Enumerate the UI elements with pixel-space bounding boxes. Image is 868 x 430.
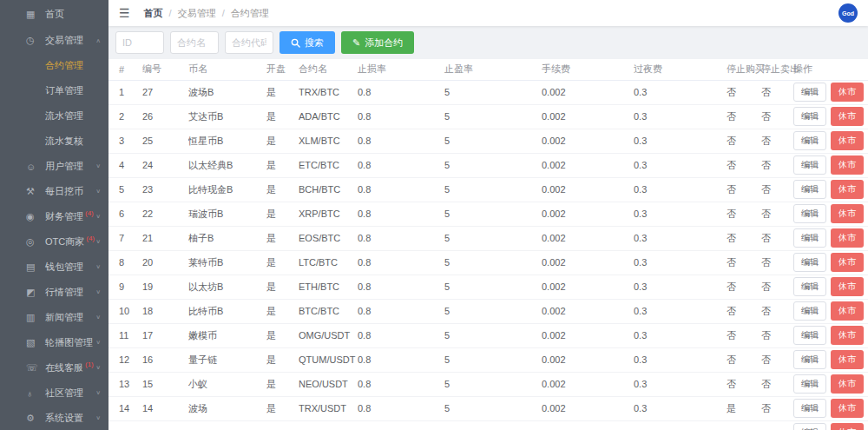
row-index: 12 xyxy=(108,347,142,372)
column-header: 止损率 xyxy=(358,59,444,80)
open-flag: 是 xyxy=(266,129,299,153)
breadcrumb-trade[interactable]: 交易管理 xyxy=(178,7,216,20)
overnight-fee xyxy=(634,420,727,430)
sidebar-item-carousel[interactable]: ▧轮播图管理∨ xyxy=(0,330,108,355)
chevron-down-icon: ∨ xyxy=(95,314,101,321)
sidebar-item-contract[interactable]: 合约管理 xyxy=(0,53,108,78)
market-close-button[interactable]: 休市 xyxy=(831,180,864,199)
edit-button[interactable]: 编辑 xyxy=(793,131,826,150)
stop-sell-flag: 否 xyxy=(761,202,793,226)
market-close-button[interactable]: 休市 xyxy=(831,131,864,150)
chevron-down-icon: ∨ xyxy=(95,239,101,245)
menu-icon[interactable]: ☰ xyxy=(119,7,130,19)
stop-buy-flag: 否 xyxy=(727,250,761,275)
stop-buy-flag: 否 xyxy=(727,323,761,347)
sidebar-item-order[interactable]: 订单管理 xyxy=(0,78,108,103)
row-code: 26 xyxy=(142,104,188,129)
market-close-button[interactable]: 休市 xyxy=(831,277,864,296)
sidebar-item-community[interactable]: ♁社区管理∨ xyxy=(0,380,108,406)
market-close-button[interactable]: 休市 xyxy=(831,326,864,345)
add-contract-button[interactable]: ✎ 添加合约 xyxy=(341,31,414,54)
table-row: 424以太经典B是ETC/BTC0.850.0020.3否否编辑休市 xyxy=(108,153,868,177)
sidebar-item-flow-review[interactable]: 流水复核 xyxy=(0,129,108,154)
column-header: # xyxy=(108,59,142,80)
sidebar-item-settings[interactable]: ⚙系统设置∨ xyxy=(0,406,108,430)
edit-button[interactable]: 编辑 xyxy=(793,228,826,248)
sidebar-item-flow[interactable]: 流水管理 xyxy=(0,103,108,129)
id-input[interactable] xyxy=(115,31,164,54)
edit-button[interactable]: 编辑 xyxy=(793,204,826,223)
column-header: 手续费 xyxy=(542,59,634,80)
table-row: 1315小蚁是NEO/USDT0.850.0020.3否否编辑休市 xyxy=(108,372,868,396)
sidebar-item-user[interactable]: ☺用户管理∨ xyxy=(0,154,108,179)
table-row: 325恒星币B是XLM/BTC0.850.0020.3否否编辑休市 xyxy=(108,129,868,153)
edit-button[interactable]: 编辑 xyxy=(793,423,826,430)
contract-name-input[interactable] xyxy=(170,31,219,54)
row-index: 4 xyxy=(108,153,142,177)
chevron-down-icon: ∨ xyxy=(95,340,101,346)
market-close-button[interactable]: 休市 xyxy=(831,83,864,102)
stop-buy-flag: 否 xyxy=(727,177,761,202)
edit-button[interactable]: 编辑 xyxy=(793,107,826,126)
stop-sell-flag: 否 xyxy=(761,104,793,129)
market-close-button[interactable]: 休市 xyxy=(831,228,864,248)
sidebar-item-news[interactable]: ▥新闻管理∨ xyxy=(0,305,108,330)
stop-loss-rate: 0.8 xyxy=(358,226,444,250)
edit-button[interactable]: 编辑 xyxy=(793,374,826,394)
sidebar-item-otc[interactable]: ◎OTC商家(4)∨ xyxy=(0,229,108,255)
fee: 0.002 xyxy=(542,299,634,323)
row-actions: 编辑休市 xyxy=(793,299,868,323)
edit-button[interactable]: 编辑 xyxy=(793,326,826,345)
edit-button[interactable]: 编辑 xyxy=(793,350,826,369)
sidebar-item-finance[interactable]: ◉财务管理(4)∨ xyxy=(0,204,108,229)
column-header: 停止购买 xyxy=(727,59,761,80)
chevron-down-icon: ∨ xyxy=(95,214,101,220)
sidebar-item-market[interactable]: ◩行情管理∨ xyxy=(0,280,108,305)
overnight-fee: 0.3 xyxy=(634,347,727,372)
sidebar-item-service[interactable]: ☏在线客服(1)∨ xyxy=(0,355,108,380)
market-close-button[interactable]: 休市 xyxy=(831,107,864,126)
market-close-button[interactable]: 休市 xyxy=(831,301,864,321)
edit-button[interactable]: 编辑 xyxy=(793,83,826,102)
sidebar-item-wallet[interactable]: ▤钱包管理∨ xyxy=(0,255,108,280)
stop-buy-flag: 否 xyxy=(727,80,761,104)
avatar[interactable]: God xyxy=(838,3,858,23)
breadcrumb-contract[interactable]: 合约管理 xyxy=(231,7,269,20)
row-code: 20 xyxy=(142,250,188,275)
edit-button[interactable]: 编辑 xyxy=(793,277,826,296)
stop-loss-rate: 0.8 xyxy=(358,275,444,299)
row-index: 9 xyxy=(108,275,142,299)
open-flag xyxy=(266,420,299,430)
market-close-button[interactable]: 休市 xyxy=(831,204,864,223)
sidebar-item-mining[interactable]: ⚒每日挖币∨ xyxy=(0,179,108,204)
market-close-button[interactable]: 休市 xyxy=(831,350,864,369)
edit-button[interactable]: 编辑 xyxy=(793,180,826,199)
edit-button[interactable]: 编辑 xyxy=(793,399,826,418)
market-close-button[interactable]: 休市 xyxy=(831,374,864,394)
contract-name: XRP/BTC xyxy=(299,202,358,226)
market-close-button[interactable]: 休市 xyxy=(831,155,864,175)
sidebar-item-home[interactable]: ▦首页 xyxy=(0,0,108,28)
edit-button[interactable]: 编辑 xyxy=(793,155,826,175)
edit-button[interactable]: 编辑 xyxy=(793,253,826,272)
edit-button[interactable]: 编辑 xyxy=(793,301,826,321)
market-close-button[interactable]: 休市 xyxy=(831,399,864,418)
contract-name: XLM/BTC xyxy=(299,129,358,153)
contract-code-input[interactable] xyxy=(225,31,273,54)
fee: 0.002 xyxy=(542,80,634,104)
contract-name: LTC/BTC xyxy=(299,250,358,275)
stop-buy-flag: 否 xyxy=(727,372,761,396)
market-close-button[interactable]: 休市 xyxy=(831,423,864,430)
open-flag: 是 xyxy=(266,104,299,129)
row-code: 25 xyxy=(142,129,188,153)
table-row: 编辑休市 xyxy=(108,420,868,430)
search-button[interactable]: 搜索 xyxy=(279,31,335,54)
row-actions: 编辑休市 xyxy=(793,372,868,396)
take-profit-rate: 5 xyxy=(444,226,542,250)
fee: 0.002 xyxy=(542,153,634,177)
market-close-button[interactable]: 休市 xyxy=(831,253,864,272)
chevron-down-icon: ∨ xyxy=(95,163,101,169)
sidebar-item-trade[interactable]: ◷交易管理∧ xyxy=(0,28,108,53)
breadcrumb-home[interactable]: 首页 xyxy=(144,7,163,20)
row-code: 14 xyxy=(142,396,188,420)
